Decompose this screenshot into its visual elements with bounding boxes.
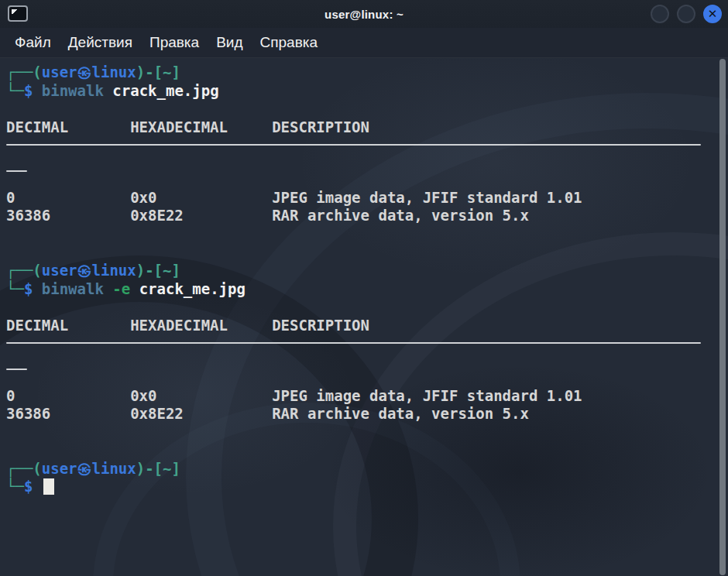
separator-line xyxy=(6,170,27,172)
terminal-text-segment: binwalk xyxy=(42,82,104,99)
terminal-line xyxy=(6,298,717,317)
terminal-app-icon xyxy=(8,5,28,22)
close-icon: ✕ xyxy=(708,9,718,20)
terminal-text-segment: DECIMAL HEXADECIMAL DESCRIPTION xyxy=(6,317,369,334)
terminal-text-segment: crack_me.jpg xyxy=(112,82,218,99)
terminal-text-segment xyxy=(33,82,41,99)
terminal-text-segment: ~ xyxy=(163,460,171,477)
terminal-line: ┌──(user㉿linux)-[~] xyxy=(6,262,717,280)
terminal-text-segment: └─ xyxy=(6,478,24,495)
terminal-line: DECIMAL HEXADECIMAL DESCRIPTION xyxy=(6,317,717,335)
terminal-text-segment xyxy=(33,478,41,495)
terminal-text-segment: 0 0x0 JPEG image data, JFIF standard 1.0… xyxy=(6,387,582,404)
maximize-button[interactable] xyxy=(677,5,695,23)
cursor-block xyxy=(43,478,54,495)
menu-item-1[interactable]: Файл xyxy=(6,30,60,55)
terminal-text-segment xyxy=(130,280,139,297)
menu-item-5[interactable]: Справка xyxy=(252,30,327,55)
terminal-text-segment xyxy=(33,280,41,297)
terminal-text-segment: 0 0x0 JPEG image data, JFIF standard 1.0… xyxy=(6,189,582,206)
terminal-line xyxy=(6,369,717,387)
scrollbar xyxy=(717,58,728,576)
terminal-text-segment: binwalk xyxy=(42,280,104,297)
terminal-text-segment: DECIMAL HEXADECIMAL DESCRIPTION xyxy=(6,118,369,135)
terminal-text-segment: ~ xyxy=(163,262,171,279)
terminal-line xyxy=(6,144,717,163)
terminal-text-segment: ] xyxy=(172,262,180,279)
terminal-text-segment: ] xyxy=(172,460,180,477)
terminal-text-segment: -e xyxy=(112,280,130,297)
terminal-text-segment: )-[ xyxy=(136,460,163,477)
window-title: user@linux: ~ xyxy=(0,8,728,21)
terminal-line: DECIMAL HEXADECIMAL DESCRIPTION xyxy=(6,118,717,137)
terminal-text-segment: ] xyxy=(172,63,180,81)
terminal-text-segment: ┌──( xyxy=(6,460,42,477)
terminal-text-segment: ~ xyxy=(163,63,171,81)
terminal-text-segment: )-[ xyxy=(136,262,163,279)
terminal-viewport[interactable]: ┌──(user㉿linux)-[~]└─$ binwalk crack_me.… xyxy=(0,58,717,576)
separator-line xyxy=(6,144,701,146)
terminal-text-segment: )-[ xyxy=(136,63,163,81)
terminal-line: └─$ xyxy=(6,478,717,496)
terminal-text-segment: └─ xyxy=(6,82,24,99)
terminal-text-segment: ┌──( xyxy=(6,262,42,279)
terminal-line: 36386 0x8E22 RAR archive data, version 5… xyxy=(6,405,717,423)
terminal-line: 0 0x0 JPEG image data, JFIF standard 1.0… xyxy=(6,189,717,207)
terminal-line: ┌──(user㉿linux)-[~] xyxy=(6,460,717,478)
terminal-text-segment: user㉿linux xyxy=(42,63,136,81)
terminal-text-segment: $ xyxy=(24,82,33,99)
terminal-line: ┌──(user㉿linux)-[~] xyxy=(6,63,717,82)
terminal-line xyxy=(6,225,717,244)
terminal-text-segment: 36386 0x8E22 RAR archive data, version 5… xyxy=(6,207,529,224)
menu-item-3[interactable]: Правка xyxy=(141,30,208,55)
terminal-line: └─$ binwalk -e crack_me.jpg xyxy=(6,280,717,299)
terminal-window: user@linux: ~ ✕ ФайлДействияПравкаВидСпр… xyxy=(0,0,728,576)
titlebar: user@linux: ~ ✕ xyxy=(0,0,728,28)
close-button[interactable]: ✕ xyxy=(703,5,722,23)
terminal-line xyxy=(6,243,717,262)
terminal-text-segment: crack_me.jpg xyxy=(139,280,246,297)
terminal-text-segment: └─ xyxy=(6,280,24,297)
separator-line xyxy=(6,342,701,344)
terminal-text-segment xyxy=(104,82,112,99)
terminal-line xyxy=(6,170,717,189)
terminal-text-segment: 36386 0x8E22 RAR archive data, version 5… xyxy=(6,405,529,422)
terminal-line: 0 0x0 JPEG image data, JFIF standard 1.0… xyxy=(6,387,717,406)
terminal-line xyxy=(6,100,717,118)
terminal-text-segment: ┌──( xyxy=(6,63,42,81)
terminal-line: 36386 0x8E22 RAR archive data, version 5… xyxy=(6,207,717,225)
terminal-line: └─$ binwalk crack_me.jpg xyxy=(6,82,717,101)
scrollbar-thumb[interactable] xyxy=(719,59,726,575)
separator-line xyxy=(6,369,27,370)
terminal-text-segment: $ xyxy=(24,478,33,495)
window-buttons: ✕ xyxy=(651,5,722,23)
menu-item-4[interactable]: Вид xyxy=(208,30,251,55)
terminal-text-segment xyxy=(104,280,112,297)
terminal-text-segment: user㉿linux xyxy=(42,262,136,279)
menu-item-2[interactable]: Действия xyxy=(60,30,141,55)
minimize-button[interactable] xyxy=(651,5,669,23)
terminal-text-segment: user㉿linux xyxy=(42,460,136,477)
terminal-line xyxy=(6,441,717,460)
terminal-line xyxy=(6,342,717,361)
menu-bar: ФайлДействияПравкаВидСправка xyxy=(0,28,728,58)
terminal-text-segment: $ xyxy=(24,280,33,297)
terminal-line xyxy=(6,423,717,442)
